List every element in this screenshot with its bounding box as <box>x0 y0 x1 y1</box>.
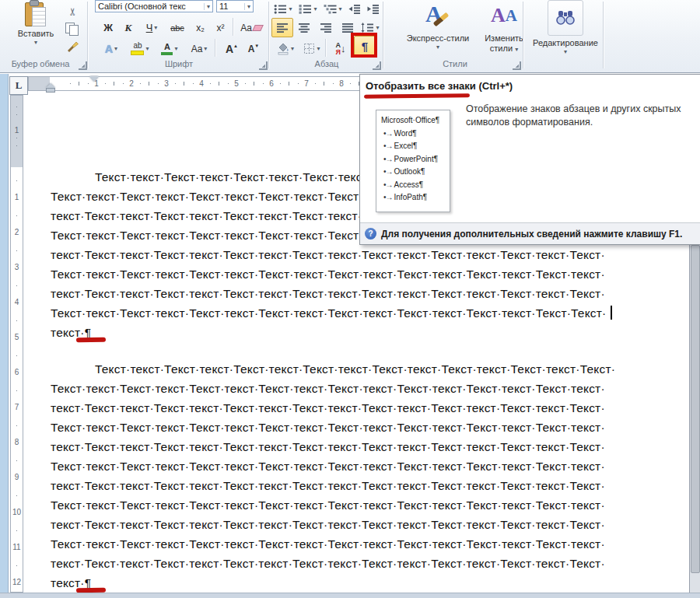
document-line[interactable]: текст·¶ <box>51 573 630 593</box>
paste-label: Вставить <box>18 29 54 39</box>
font-dialog-launcher-icon[interactable] <box>259 61 268 70</box>
underline-button[interactable]: Ч <box>138 18 165 37</box>
bullet-list-button[interactable] <box>271 1 295 16</box>
ruler-number: 7 <box>303 79 310 88</box>
font-name-combo[interactable]: Calibri (Основной текс▾ <box>95 0 213 12</box>
align-right-button[interactable] <box>315 18 337 37</box>
cut-button[interactable]: ✂ <box>64 2 81 22</box>
vertical-scrollbar[interactable] <box>690 243 700 593</box>
styles-dialog-launcher-icon[interactable] <box>513 61 521 70</box>
group-separator <box>523 2 524 68</box>
sort-button[interactable]: А Я ↓ <box>329 39 352 58</box>
tooltip-footer-text: Для получения дополнительных сведений на… <box>381 229 682 240</box>
decrease-indent-icon <box>348 4 360 14</box>
align-center-button[interactable] <box>293 18 315 37</box>
preview-item-text: Excel¶ <box>394 142 418 150</box>
paragraph-dialog-launcher-icon[interactable] <box>373 61 381 70</box>
strikethrough-button[interactable]: abc <box>165 18 190 37</box>
ruler-number: 10 <box>11 508 23 516</box>
document-line[interactable]: текст·Текст·текст·Текст·текст·Текст·текс… <box>51 515 630 534</box>
document-line[interactable]: Текст·текст·Текст·текст·Текст·текст·Текс… <box>51 379 630 398</box>
align-center-icon <box>298 23 310 33</box>
font-color-button[interactable]: А <box>156 39 184 58</box>
grow-font-button[interactable]: А ▲ <box>221 39 243 58</box>
clipboard-dialog-launcher-icon[interactable] <box>79 61 87 70</box>
bullet-arrow-icon: •→ <box>383 167 393 176</box>
styles-group-label: Стили <box>416 59 494 68</box>
paragraph-group-label: Абзац <box>288 59 366 68</box>
vertical-ruler[interactable]: 1 123456789101112 <box>10 95 23 593</box>
decrease-indent-button[interactable] <box>345 1 363 16</box>
first-line-indent-marker[interactable] <box>89 76 99 82</box>
bullet-arrow-icon: •→ <box>383 180 393 189</box>
ruler-number: 6 <box>11 368 23 376</box>
font-size-dropdown-icon[interactable]: ▾ <box>244 3 250 10</box>
shrink-font-button[interactable]: А ▼ <box>243 39 264 58</box>
quick-styles-dropdown-arrow[interactable]: ▾ <box>436 44 439 51</box>
format-painter-brush-icon <box>66 40 79 53</box>
group-separator <box>268 2 270 68</box>
editing-button[interactable]: Редактирование ▾ <box>529 0 602 68</box>
copy-icon <box>65 23 79 35</box>
font-size-value: 11 <box>219 2 228 11</box>
multilevel-list-button[interactable] <box>321 1 345 16</box>
preview-item-text: InfoPath¶ <box>394 193 428 201</box>
document-line[interactable]: Текст·текст·Текст·текст·Текст·текст·Текс… <box>51 456 630 476</box>
font-color-icon: А <box>161 43 173 55</box>
shading-button[interactable] <box>273 39 298 58</box>
numbered-list-icon <box>299 4 312 14</box>
ruler-number: 5 <box>233 79 240 88</box>
borders-button[interactable] <box>299 39 324 58</box>
supertooltip: Отобразить все знаки (Ctrl+*) Отображени… <box>359 74 700 245</box>
change-case-button[interactable]: Aa <box>185 39 213 58</box>
editing-dropdown-arrow[interactable]: ▾ <box>564 48 567 55</box>
superscript-glyph: x² <box>217 23 225 33</box>
document-line[interactable]: текст·Текст·текст·Текст·текст·Текст·текс… <box>51 245 630 264</box>
document-line[interactable]: текст·Текст·текст·Текст·текст·Текст·текс… <box>51 437 630 456</box>
text-effects-button[interactable]: А <box>98 39 124 58</box>
font-size-combo[interactable]: 11 ▾ <box>216 0 254 12</box>
document-line[interactable]: текст·Текст·текст·Текст·текст·Текст·текс… <box>51 554 630 573</box>
paste-dropdown-arrow[interactable]: ▾ <box>34 39 37 46</box>
font-name-dropdown-icon[interactable]: ▾ <box>204 3 210 10</box>
clear-formatting-button[interactable]: Aa <box>236 18 266 37</box>
font-group-label: Шрифт <box>140 59 218 68</box>
shrink-font-glyph: А <box>248 44 255 54</box>
document-line[interactable]: текст·Текст·текст·Текст·текст·Текст·текс… <box>51 398 630 418</box>
italic-button[interactable]: К <box>118 18 138 37</box>
align-left-button[interactable] <box>271 18 293 37</box>
binoculars-icon <box>555 10 576 26</box>
format-painter-button[interactable] <box>62 37 82 54</box>
change-styles-button[interactable]: АA Изменить стили ▾ <box>487 0 521 68</box>
document-line[interactable]: Текст·текст·Текст·текст·Текст·текст·Текс… <box>51 303 630 323</box>
document-line[interactable]: текст·¶ <box>51 323 630 342</box>
document-line[interactable]: Текст·текст·Текст·текст·Текст·текст·Текс… <box>51 534 630 554</box>
document-line[interactable]: Текст·текст·Текст·текст·Текст·текст·Текс… <box>51 418 630 437</box>
document-line[interactable]: Текст·текст·Текст·текст·Текст·текст·Текс… <box>51 359 630 379</box>
numbered-list-button[interactable] <box>296 1 320 16</box>
bold-button[interactable]: Ж <box>98 18 118 37</box>
line-spacing-icon <box>361 23 374 33</box>
document-line[interactable]: текст·Текст·текст·Текст·текст·Текст·текс… <box>51 476 630 495</box>
word-window: Вставить ▾ ✂ Буфер обмена Calibri (Основ… <box>0 0 700 598</box>
superscript-button[interactable]: x² <box>210 18 231 37</box>
line-text: Текст·текст·Текст·текст·Текст·текст·Текс… <box>51 498 605 512</box>
change-styles-icon: АA <box>491 0 517 31</box>
subscript-button[interactable]: x₂ <box>190 18 211 37</box>
left-indent-marker[interactable] <box>46 88 55 93</box>
increase-indent-button[interactable] <box>363 1 382 16</box>
highlight-color-button[interactable]: ab <box>126 39 154 58</box>
document-line[interactable]: текст·Текст·текст·Текст·текст·Текст·текс… <box>51 284 630 303</box>
paste-button[interactable]: Вставить ▾ <box>11 0 61 58</box>
scrollbar-thumb[interactable] <box>691 245 700 573</box>
preview-list-item: Microsoft·Office¶ <box>380 114 450 128</box>
tab-selector[interactable]: L <box>9 76 28 95</box>
line-text: текст·Текст·текст·Текст·текст·Текст·текс… <box>51 440 605 453</box>
quick-styles-button[interactable]: А Экспресс-стили ▾ <box>389 0 487 68</box>
clipboard-group-label: Буфер обмена <box>3 59 78 68</box>
ruler-number: 11 <box>11 543 23 551</box>
document-line[interactable]: Текст·текст·Текст·текст·Текст·текст·Текс… <box>51 495 630 515</box>
quick-styles-icon: А <box>422 0 453 31</box>
copy-button[interactable] <box>62 20 82 37</box>
document-line[interactable]: Текст·текст·Текст·текст·Текст·текст·Текс… <box>51 264 630 284</box>
